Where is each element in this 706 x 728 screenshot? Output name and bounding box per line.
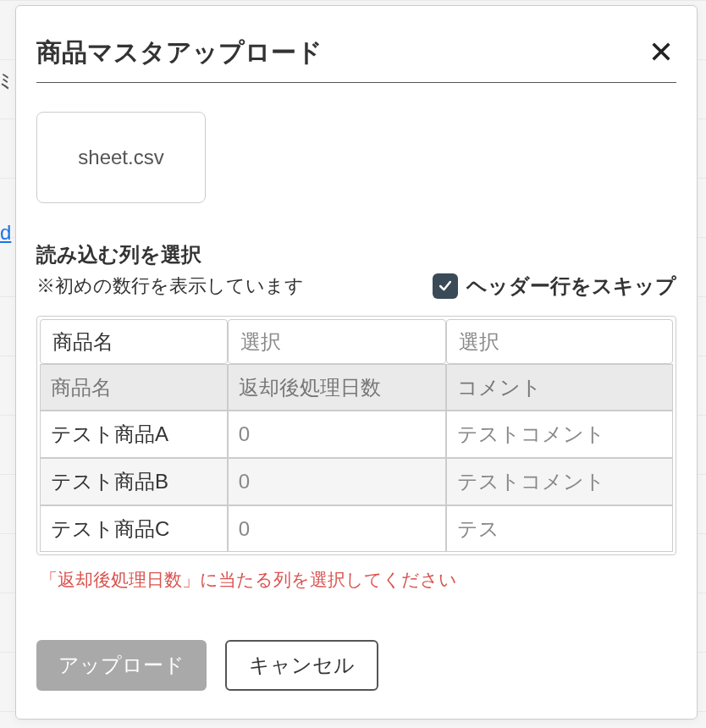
table-row: テスト商品C 0 テス (40, 505, 673, 553)
table-row: テスト商品B 0 テストコメント (40, 458, 673, 505)
button-row: アップロード キャンセル (36, 640, 676, 691)
cell-days: 0 (228, 458, 447, 505)
background-link-fragment: d (0, 218, 11, 247)
upload-button[interactable]: アップロード (36, 640, 207, 691)
subtitle-row: ※初めの数行を表示しています ヘッダー行をスキップ (36, 272, 676, 301)
close-icon (649, 40, 673, 63)
table-row: テスト商品A 0 テストコメント (40, 411, 673, 458)
cell-product: テスト商品C (40, 505, 228, 553)
column-select-row: 商品名 選択 選択 (40, 319, 673, 364)
column-select-2[interactable]: 選択 (232, 323, 443, 360)
file-chip[interactable]: sheet.csv (36, 112, 206, 203)
preview-table: 商品名 選択 選択 商品名 返却後処理日数 コメント テスト商品A 0 テストコ… (36, 316, 676, 555)
cell-days: 0 (228, 505, 447, 553)
cell-comment: テス (446, 505, 673, 553)
cell-product: テスト商品A (40, 411, 228, 458)
cell-comment: テストコメント (446, 411, 673, 458)
preview-header-cell: 商品名 (40, 364, 228, 411)
preview-subtitle: ※初めの数行を表示しています (36, 273, 304, 300)
skip-header-checkbox[interactable]: ヘッダー行をスキップ (433, 272, 676, 301)
preview-header-row: 商品名 返却後処理日数 コメント (40, 364, 673, 411)
modal-header: 商品マスタアップロード (36, 35, 676, 83)
cell-days: 0 (228, 411, 447, 458)
cell-product: テスト商品B (40, 458, 228, 505)
column-select-1[interactable]: 商品名 (44, 323, 223, 360)
skip-header-label: ヘッダー行をスキップ (466, 272, 676, 301)
cancel-button[interactable]: キャンセル (225, 640, 378, 691)
section-title: 読み込む列を選択 (36, 240, 676, 269)
validation-error: 「返却後処理日数」に当たる列を選択してください (36, 567, 676, 592)
cell-comment: テストコメント (446, 458, 673, 505)
upload-modal: 商品マスタアップロード sheet.csv 読み込む列を選択 ※初めの数行を表示… (15, 5, 698, 720)
close-button[interactable] (646, 36, 676, 69)
preview-header-cell: コメント (446, 364, 673, 411)
column-select-3[interactable]: 選択 (450, 323, 669, 360)
preview-header-cell: 返却後処理日数 (228, 364, 447, 411)
modal-title: 商品マスタアップロード (36, 35, 323, 70)
background-text-fragment: ﾐ (0, 68, 10, 97)
checkbox-icon (433, 273, 458, 299)
